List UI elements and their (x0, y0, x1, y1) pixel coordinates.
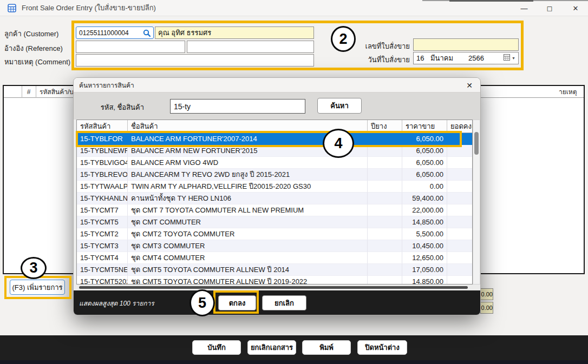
cell-price: 22,000.00 (402, 204, 447, 216)
date-year: 2566 (468, 54, 484, 62)
table-row[interactable]: 15-TYBLNEWFORBALANCE ARM NEW FORTUNER'20… (77, 145, 472, 157)
comment-input[interactable] (76, 54, 314, 67)
cell-balance (447, 204, 472, 216)
cell-year (368, 252, 402, 264)
search-button-label: ค้นหา (330, 100, 348, 111)
cell-price: 6,050.00 (402, 157, 447, 169)
cell-balance (447, 276, 472, 284)
reference-input[interactable] (76, 41, 185, 53)
reference-input-2[interactable] (187, 41, 314, 53)
dialog-close-button[interactable]: ✕ (464, 80, 475, 91)
dialog-close-icon: ✕ (466, 81, 473, 90)
cell-code: 15-TYCMT52022 (77, 276, 128, 284)
annotation-4-number: 4 (334, 135, 342, 152)
ok-button-label: ตกลง (229, 297, 246, 309)
order-col-comment: ายเหตุ (559, 86, 585, 98)
table-row[interactable]: 15-TYCMT7ชุด CMT 7 TOYOTA COMMUTER ALL N… (77, 204, 472, 216)
table-row[interactable]: 15-TYCMT5ชุด CMT COMMUTER14,850.00 (77, 216, 472, 228)
product-table-header: รหัสสินค้า ชื่อสินค้า ปียาง ราคาขาย ยอดค… (77, 120, 472, 133)
cell-name: ชุด CMT COMMUTER (128, 216, 368, 228)
annotation-circle-4: 4 (323, 129, 354, 158)
print-button-label: พิมพ์ (319, 342, 334, 353)
dialog-title: ค้นหารายการสินค้า (79, 80, 134, 90)
search-value: 15-ty (174, 102, 191, 111)
table-row[interactable]: 15-TYBLREVOBALANCEARM TY REVO 2WD ยกสูง … (77, 169, 472, 181)
cell-code: 15-TYBLREVO (77, 169, 128, 181)
cell-balance (447, 181, 472, 193)
table-row[interactable]: 15-TYCMT52022ชุด CMT5 TOYOTA COMMUTER AL… (77, 276, 472, 284)
annotation-circle-2: 2 (331, 26, 356, 52)
cell-balance (447, 228, 472, 240)
cell-name: BALANCEARM TY REVO 2WD ยกสูง ปี 2015-202… (128, 169, 368, 181)
customer-name-field[interactable]: คุณ อุทิศ ธรรมศร (155, 27, 314, 39)
add-item-button[interactable]: (F3) เพิ่มรายการ (10, 280, 65, 295)
col-year[interactable]: ปียาง (368, 120, 402, 133)
comment-label: หมายเหตุ (Comment) (4, 56, 70, 68)
order-no-input[interactable] (413, 38, 519, 51)
close-icon: ✕ (573, 4, 579, 12)
cell-price: 59,400.00 (402, 193, 447, 204)
annotation-3-number: 3 (29, 260, 37, 276)
close-button[interactable]: ✕ (563, 0, 588, 16)
table-row[interactable]: 15-TYCMT3ชุด CMT3 COMMUTER10,450.00 (77, 240, 472, 252)
order-date-label: วันที่ใบสั่งขาย (356, 54, 410, 65)
cell-year (368, 181, 402, 193)
search-icon[interactable] (143, 29, 151, 37)
save-button[interactable]: บันทึก (192, 340, 241, 355)
date-day: 16 (416, 54, 430, 62)
cell-price: 6,050.00 (402, 133, 447, 145)
cell-year (368, 169, 402, 181)
total-value-2: 0.00 (481, 305, 493, 311)
col-price[interactable]: ราคาขาย (402, 120, 447, 133)
horizontal-scrollbar-thumb[interactable] (79, 286, 468, 289)
ok-button[interactable]: ตกลง (218, 295, 256, 310)
annotation-2-number: 2 (339, 31, 347, 48)
minimize-icon: — (521, 4, 528, 12)
product-search-dialog: ค้นหารายการสินค้า ✕ รหัส, ชื่อสินค้า 15-… (73, 77, 481, 315)
cell-year (368, 193, 402, 204)
cell-price: 5,500.00 (402, 228, 447, 240)
search-button[interactable]: ค้นหา (317, 98, 362, 114)
table-row[interactable]: 15-TYBLFORBALANCE ARM FORTUNER'2007-2014… (77, 133, 472, 145)
minimize-button[interactable]: — (512, 0, 537, 16)
cell-year (368, 133, 402, 145)
table-row[interactable]: 15-TYBLVIGO4BALANCE ARM VIGO 4WD6,050.00 (77, 157, 472, 169)
cell-year (368, 216, 402, 228)
cell-balance (447, 133, 472, 145)
cancel-button[interactable]: ยกเลิก (262, 295, 306, 310)
result-limit-text: แสดงผลสูงสุด 100 รายการ (79, 298, 154, 308)
cell-year (368, 228, 402, 240)
cell-price: 6,050.00 (402, 169, 447, 181)
close-window-label: ปิดหน้าต่าง (365, 342, 400, 353)
col-code[interactable]: รหัสสินค้า (77, 120, 128, 133)
cell-year (368, 145, 402, 157)
table-row[interactable]: 15-TYTWAALPHATWIN ARM TY ALPHARD,VELLFIR… (77, 181, 472, 193)
col-balance[interactable]: ยอดคงเหลือ (447, 120, 472, 133)
top-edge-strip-dark (449, 0, 533, 2)
table-row[interactable]: 15-TYKHANLNFคานหน้าทั้งชุด TY HERO LN106… (77, 193, 472, 204)
close-window-button[interactable]: ปิดหน้าต่าง (357, 340, 407, 355)
cell-name: ชุด CMT 7 TOYOTA COMMUTER ALL NEW PREMIU… (128, 204, 368, 216)
cell-code: 15-TYKHANLNF (77, 193, 128, 204)
cell-balance (447, 264, 472, 276)
customer-code-input[interactable]: 01255111000004 (76, 27, 154, 39)
cancel-button-label: ยกเลิก (275, 297, 294, 309)
print-button[interactable]: พิมพ์ (302, 340, 351, 355)
cell-year (368, 240, 402, 252)
table-row[interactable]: 15-TYCMT4ชุด CMT4 COMMUTER12,650.00 (77, 252, 472, 264)
order-date-input[interactable]: 16 มีนาคม 2566 ▼ (413, 52, 519, 64)
vertical-scrollbar[interactable] (473, 120, 480, 284)
cell-name: คานหน้าทั้งชุด TY HERO LN106 (128, 193, 368, 204)
dropdown-arrow-icon[interactable]: ▼ (512, 56, 515, 60)
cell-code: 15-TYCMT2 (77, 228, 128, 240)
total-value-1: 0.00 (481, 291, 493, 297)
maximize-button[interactable]: ◻ (537, 0, 562, 16)
table-row[interactable]: 15-TYCMT2ชุด CMT2 TOYOTA COMMUTER5,500.0… (77, 228, 472, 240)
vertical-scrollbar-thumb[interactable] (474, 132, 479, 155)
calendar-icon[interactable] (504, 54, 510, 62)
product-search-input[interactable]: 15-ty (170, 99, 305, 114)
cancel-document-label: ยกเลิกเอกสาร (251, 342, 293, 353)
table-row[interactable]: 15-TYCMT5NEWชุด CMT5 TOYOTA COMMUTER ALL… (77, 264, 472, 276)
search-field-label: รหัส, ชื่อสินค้า (74, 102, 144, 113)
cancel-document-button[interactable]: ยกเลิกเอกสาร (247, 340, 296, 355)
